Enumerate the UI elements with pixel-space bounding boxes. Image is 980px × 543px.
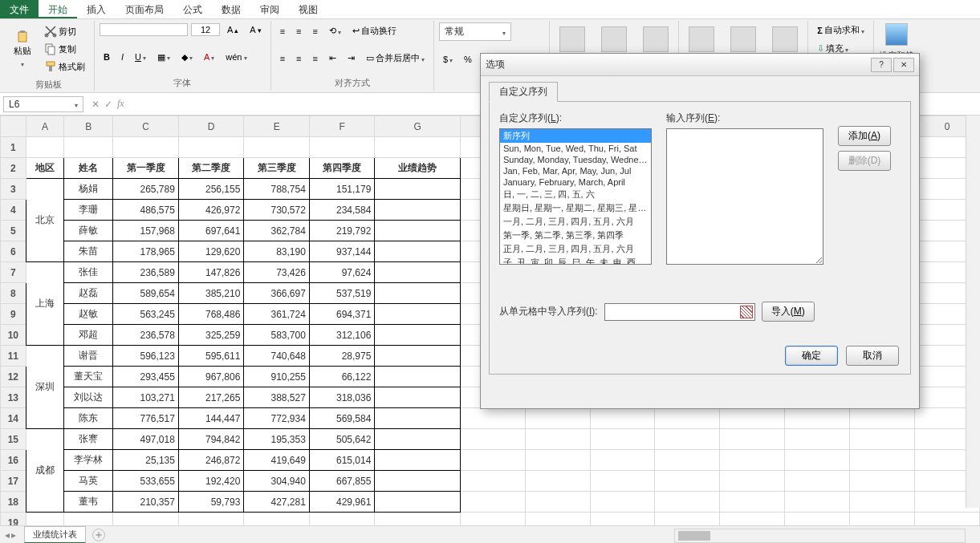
- dialog-help-button[interactable]: ?: [871, 58, 892, 72]
- phonetic-button[interactable]: wén: [222, 50, 250, 64]
- col-F[interactable]: F: [309, 116, 374, 137]
- custom-list-item[interactable]: January, February, March, April: [500, 176, 651, 188]
- q1-cell[interactable]: 533,655: [113, 471, 178, 492]
- q3-cell[interactable]: 195,353: [244, 429, 309, 450]
- name-cell[interactable]: 邓超: [64, 325, 113, 346]
- dialog-titlebar[interactable]: 选项 ? ✕: [481, 54, 919, 76]
- q1-cell[interactable]: 293,455: [113, 367, 178, 387]
- cell[interactable]: [460, 408, 525, 429]
- row-header[interactable]: 1: [1, 137, 26, 158]
- row-header[interactable]: 12: [1, 367, 26, 387]
- q2-cell[interactable]: 147,826: [178, 262, 243, 283]
- list-entries-textarea[interactable]: [666, 128, 823, 265]
- cell[interactable]: [375, 513, 461, 526]
- font-size-combo[interactable]: [191, 23, 220, 36]
- align-center-button[interactable]: ≡: [292, 51, 305, 66]
- q2-cell[interactable]: 595,611: [178, 346, 243, 367]
- cancel-formula-icon[interactable]: ✕: [91, 99, 100, 110]
- align-left-button[interactable]: ≡: [276, 51, 289, 66]
- col-G[interactable]: G: [375, 116, 461, 137]
- indent-decrease-button[interactable]: ⇤: [325, 51, 340, 66]
- cell[interactable]: [113, 513, 178, 526]
- trend-cell[interactable]: [375, 408, 461, 429]
- fill-color-button[interactable]: ◆: [177, 50, 197, 65]
- q1-cell[interactable]: 236,578: [113, 325, 178, 346]
- header-q2[interactable]: 第二季度: [178, 158, 243, 179]
- name-cell[interactable]: 薛敏: [64, 221, 113, 241]
- delete-cells-button[interactable]: [726, 24, 760, 55]
- q4-cell[interactable]: 429,961: [309, 492, 374, 513]
- header-region[interactable]: 地区: [26, 158, 63, 179]
- custom-list-item[interactable]: 第一季, 第二季, 第三季, 第四季: [500, 229, 651, 242]
- q1-cell[interactable]: 236,589: [113, 262, 178, 283]
- q1-cell[interactable]: 497,018: [113, 429, 178, 450]
- header-q1[interactable]: 第一季度: [113, 158, 178, 179]
- q4-cell[interactable]: 318,036: [309, 387, 374, 408]
- q2-cell[interactable]: 144,447: [178, 408, 243, 429]
- bold-button[interactable]: B: [100, 50, 114, 64]
- row-header[interactable]: 6: [1, 241, 26, 262]
- q3-cell[interactable]: 304,940: [244, 471, 309, 492]
- sheet-tab-active[interactable]: 业绩统计表: [24, 526, 86, 544]
- q2-cell[interactable]: 246,872: [178, 450, 243, 471]
- tab-file[interactable]: 文件: [0, 0, 39, 18]
- row-header[interactable]: 9: [1, 304, 26, 325]
- row-header[interactable]: 11: [1, 346, 26, 367]
- q3-cell[interactable]: 73,426: [244, 262, 309, 283]
- copy-button[interactable]: 复制: [40, 40, 89, 58]
- q2-cell[interactable]: 967,806: [178, 367, 243, 387]
- fx-icon[interactable]: fx: [117, 98, 124, 110]
- q4-cell[interactable]: 537,519: [309, 283, 374, 304]
- format-as-table-button[interactable]: [597, 24, 631, 55]
- trend-cell[interactable]: [375, 387, 461, 408]
- cell[interactable]: [113, 137, 178, 158]
- name-box[interactable]: L6: [3, 96, 83, 112]
- q2-cell[interactable]: 426,972: [178, 200, 243, 221]
- cell-L[interactable]: [720, 471, 785, 492]
- cell[interactable]: [178, 137, 243, 158]
- cell[interactable]: [64, 513, 113, 526]
- cell[interactable]: [525, 513, 590, 526]
- tab-pagelayout[interactable]: 页面布局: [116, 0, 173, 18]
- cell-L[interactable]: [720, 450, 785, 471]
- cell[interactable]: [309, 137, 374, 158]
- custom-list-item[interactable]: 子, 丑, 寅, 卯, 辰, 巳, 午, 未, 申, 酉: [500, 256, 651, 265]
- q2-cell[interactable]: 217,265: [178, 387, 243, 408]
- row-header[interactable]: 10: [1, 325, 26, 346]
- row-header[interactable]: 13: [1, 387, 26, 408]
- row-header[interactable]: 3: [1, 179, 26, 200]
- name-cell[interactable]: 陈东: [64, 408, 113, 429]
- insert-cells-button[interactable]: [685, 24, 718, 55]
- q3-cell[interactable]: 788,754: [244, 179, 309, 200]
- q1-cell[interactable]: 157,968: [113, 221, 178, 241]
- q3-cell[interactable]: 388,527: [244, 387, 309, 408]
- q3-cell[interactable]: 910,255: [244, 367, 309, 387]
- header-q4[interactable]: 第四季度: [309, 158, 374, 179]
- sheet-nav-last-icon[interactable]: ▸: [11, 529, 16, 541]
- q4-cell[interactable]: 937,144: [309, 241, 374, 262]
- col-E[interactable]: E: [244, 116, 309, 137]
- q4-cell[interactable]: 312,106: [309, 325, 374, 346]
- row-header[interactable]: 18: [1, 492, 26, 513]
- trend-cell[interactable]: [375, 200, 461, 221]
- header-q3[interactable]: 第三季度: [244, 158, 309, 179]
- format-cells-button[interactable]: [768, 24, 802, 55]
- q1-cell[interactable]: 178,965: [113, 241, 178, 262]
- q2-cell[interactable]: 794,842: [178, 429, 243, 450]
- custom-list-item[interactable]: Sunday, Monday, Tuesday, Wednesday: [500, 154, 651, 165]
- trend-cell[interactable]: [375, 221, 461, 241]
- q3-cell[interactable]: 730,572: [244, 200, 309, 221]
- horizontal-scrollbar[interactable]: [674, 529, 966, 543]
- q2-cell[interactable]: 129,620: [178, 241, 243, 262]
- custom-list-item[interactable]: 日, 一, 二, 三, 四, 五, 六: [500, 188, 651, 201]
- import-button[interactable]: 导入(M): [762, 302, 815, 322]
- q4-cell[interactable]: 219,792: [309, 221, 374, 241]
- row-header[interactable]: 8: [1, 283, 26, 304]
- region-cell[interactable]: 上海: [26, 262, 63, 346]
- q1-cell[interactable]: 265,789: [113, 179, 178, 200]
- indent-increase-button[interactable]: ⇥: [344, 51, 359, 66]
- cell[interactable]: [850, 513, 915, 526]
- col-A[interactable]: A: [26, 116, 63, 137]
- header-trend[interactable]: 业绩趋势: [375, 158, 461, 179]
- add-list-button[interactable]: 添加(A): [838, 126, 891, 146]
